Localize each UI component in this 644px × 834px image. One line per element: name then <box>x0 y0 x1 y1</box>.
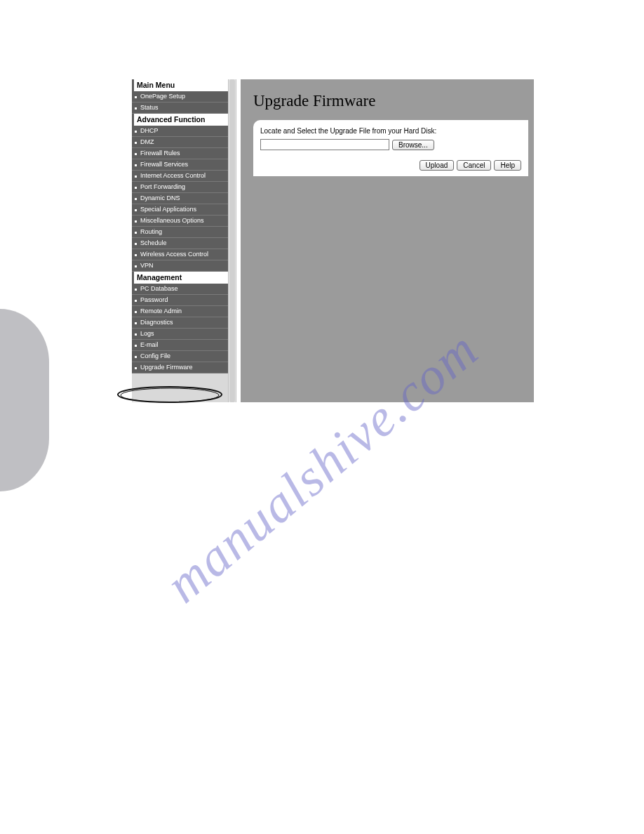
action-row: Upload Cancel Help <box>260 160 521 171</box>
sidebar-item-internet-access-control[interactable]: Internet Access Control <box>132 171 228 182</box>
sidebar-item-wireless-access-control[interactable]: Wireless Access Control <box>132 249 228 260</box>
sidebar-item-upgrade-firmware[interactable]: Upgrade Firmware <box>132 362 228 373</box>
sidebar-section-management: Management <box>132 272 228 284</box>
sidebar: Main Menu OnePage Setup Status Advanced … <box>132 79 228 402</box>
cancel-button[interactable]: Cancel <box>457 160 491 171</box>
sidebar-item-logs[interactable]: Logs <box>132 329 228 340</box>
file-path-input[interactable] <box>260 139 389 150</box>
help-button[interactable]: Help <box>494 160 521 171</box>
browse-button[interactable]: Browse... <box>392 140 434 150</box>
sidebar-item-dmz[interactable]: DMZ <box>132 137 228 148</box>
upload-button[interactable]: Upload <box>420 160 455 171</box>
sidebar-section-advanced-function: Advanced Function <box>132 114 228 126</box>
sidebar-item-remote-admin[interactable]: Remote Admin <box>132 306 228 317</box>
sidebar-item-onepage-setup[interactable]: OnePage Setup <box>132 91 228 102</box>
sidebar-item-vpn[interactable]: VPN <box>132 260 228 272</box>
instruction-text: Locate and Select the Upgrade File from … <box>260 127 521 135</box>
sidebar-item-diagnostics[interactable]: Diagnostics <box>132 317 228 329</box>
sidebar-item-pc-database[interactable]: PC Database <box>132 284 228 295</box>
sidebar-scroll-thumb[interactable] <box>229 79 235 402</box>
upgrade-panel: Locate and Select the Upgrade File from … <box>253 120 528 176</box>
sidebar-item-status[interactable]: Status <box>132 102 228 114</box>
sidebar-item-schedule[interactable]: Schedule <box>132 238 228 249</box>
file-row: Browse... <box>260 139 521 150</box>
sidebar-item-port-forwarding[interactable]: Port Forwarding <box>132 182 228 193</box>
main-content: Upgrade Firmware Locate and Select the U… <box>241 79 534 402</box>
router-admin-app: Main Menu OnePage Setup Status Advanced … <box>132 79 534 402</box>
sidebar-item-password[interactable]: Password <box>132 295 228 306</box>
sidebar-scrollbar[interactable] <box>228 79 236 402</box>
sidebar-item-firewall-rules[interactable]: Firewall Rules <box>132 148 228 159</box>
sidebar-item-firewall-services[interactable]: Firewall Services <box>132 159 228 171</box>
page-title: Upgrade Firmware <box>241 79 534 120</box>
sidebar-item-dhcp[interactable]: DHCP <box>132 126 228 137</box>
sidebar-item-config-file[interactable]: Config File <box>132 351 228 362</box>
page-edge-tab <box>0 309 49 491</box>
sidebar-item-dynamic-dns[interactable]: Dynamic DNS <box>132 193 228 204</box>
sidebar-item-special-applications[interactable]: Special Applications <box>132 204 228 216</box>
sidebar-item-miscellaneous-options[interactable]: Miscellaneous Options <box>132 216 228 227</box>
sidebar-item-routing[interactable]: Routing <box>132 227 228 238</box>
sidebar-item-email[interactable]: E-mail <box>132 340 228 351</box>
sidebar-section-main-menu: Main Menu <box>132 79 228 91</box>
